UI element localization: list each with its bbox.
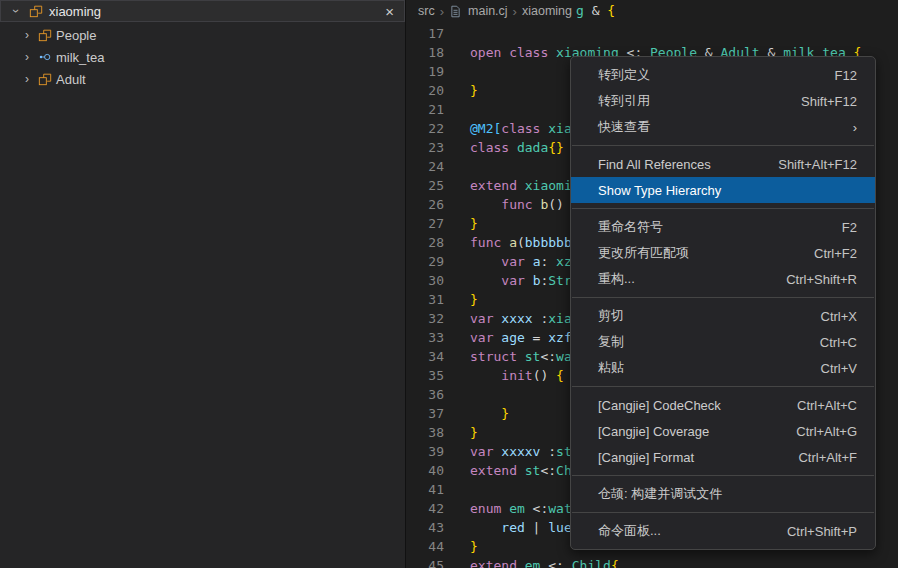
code-text: var b:Str [444,271,572,290]
file-icon [449,4,463,18]
menu-item-show-type-hierarchy[interactable]: Show Type Hierarchy [571,177,875,203]
code-token: } [470,216,478,231]
breadcrumb-item-file[interactable]: main.cj [468,4,508,18]
menu-item-paste[interactable]: 粘贴Ctrl+V [571,355,875,381]
class-icon [28,3,44,19]
code-token: bbbbbb [525,235,572,250]
menu-item-cangjie-build-and-debug[interactable]: 仓颉: 构建并调试文件 [571,481,875,507]
class-icon [37,27,53,43]
code-token: var [501,254,524,269]
line-number: 45 [406,556,444,568]
code-text: } [444,214,478,233]
code-text [444,24,470,43]
menu-item-cangjie-format[interactable]: [Cangjie] FormatCtrl+Alt+F [571,444,875,470]
code-token: st [525,349,541,364]
code-token: var [470,444,493,459]
menu-item-change-all-occurrences[interactable]: 更改所有匹配项Ctrl+F2 [571,240,875,266]
code-text: func a(bbbbbb [444,233,572,252]
code-text: var age = xzf [444,328,572,347]
breadcrumb-item-symbol[interactable]: xiaoming [522,4,572,18]
code-token: <: [525,501,548,516]
code-token: em [509,501,525,516]
line-number: 43 [406,518,444,537]
code-token: age [501,330,524,345]
tree-item-milk_tea[interactable]: ›milk_tea [0,46,405,68]
chevron-right-icon[interactable]: › [20,72,34,86]
code-token: Child [572,558,611,568]
menu-item-label: 粘贴 [598,359,624,377]
menu-item-label: Find All References [598,157,711,172]
menu-item-label: 剪切 [598,307,624,325]
menu-item-copy[interactable]: 复制Ctrl+C [571,329,875,355]
hierarchy-root-label: xiaoming [49,4,101,19]
menu-item-label: 命令面板... [598,522,661,540]
tree-item-adult[interactable]: ›Adult [0,68,405,90]
code-text [444,385,470,404]
code-line[interactable]: 17 [406,24,898,43]
code-token [470,368,501,383]
code-token [525,254,533,269]
code-token: } [501,406,509,421]
menu-item-shortcut: Ctrl+Alt+F [798,450,857,465]
code-token [470,520,501,535]
menu-item-label: 转到定义 [598,66,650,84]
code-text: extend em <: Child{ [444,556,619,568]
code-token: open [470,45,501,60]
menu-item-goto-references[interactable]: 转到引用Shift+F12 [571,88,875,114]
code-text: } [444,81,478,100]
line-number: 26 [406,195,444,214]
code-token: struct [470,349,517,364]
breadcrumb-item-src[interactable]: src [418,4,435,18]
menu-item-rename-symbol[interactable]: 重命名符号F2 [571,214,875,240]
code-token: func [470,235,501,250]
menu-item-peek[interactable]: 快速查看› [571,114,875,140]
menu-item-shortcut: Shift+Alt+F12 [778,157,857,172]
code-token: } [470,83,478,98]
code-token: var [470,330,493,345]
code-line[interactable]: 45extend em <: Child{ [406,556,898,568]
code-token [517,463,525,478]
menu-item-label: 快速查看 [598,118,650,136]
code-token: red [501,520,524,535]
code-text: init() { [444,366,564,385]
menu-item-find-all-references[interactable]: Find All ReferencesShift+Alt+F12 [571,151,875,177]
code-token: class [509,45,548,60]
code-token: func [501,197,532,212]
menu-item-cut[interactable]: 剪切Ctrl+X [571,303,875,329]
code-token: {} [548,140,564,155]
tree-item-people[interactable]: ›People [0,24,405,46]
chevron-down-icon[interactable]: › [9,4,23,18]
code-text: func b() [444,195,564,214]
code-token: } [470,539,478,554]
breadcrumb-separator: › [513,4,517,19]
menu-separator [572,208,874,209]
code-token [501,501,509,516]
tree-item-label: milk_tea [56,50,104,65]
code-token: extend [470,178,517,193]
chevron-right-icon[interactable]: › [20,28,34,42]
line-number: 28 [406,233,444,252]
menu-item-shortcut: Ctrl+X [821,309,857,324]
code-token [548,45,556,60]
menu-item-command-palette[interactable]: 命令面板...Ctrl+Shift+P [571,518,875,544]
line-number: 18 [406,43,444,62]
code-fragment: g & { [576,0,615,22]
menu-item-label: 重构... [598,270,635,288]
menu-item-goto-definition[interactable]: 转到定义F12 [571,62,875,88]
menu-item-cangjie-coverage[interactable]: [Cangjie] CoverageCtrl+Alt+G [571,418,875,444]
line-number: 24 [406,157,444,176]
line-number: 32 [406,309,444,328]
menu-item-cangjie-codecheck[interactable]: [Cangjie] CodeCheckCtrl+Alt+C [571,392,875,418]
close-icon[interactable]: × [385,4,394,19]
line-number: 23 [406,138,444,157]
code-text: } [444,404,509,423]
code-token: lue [548,520,571,535]
breadcrumb-separator: › [440,4,444,19]
line-number: 27 [406,214,444,233]
menu-item-refactor[interactable]: 重构...Ctrl+Shift+R [571,266,875,292]
code-text [444,157,470,176]
code-text: var xxxx :xia [444,309,572,328]
menu-item-label: [Cangjie] CodeCheck [598,398,721,413]
chevron-right-icon[interactable]: › [20,50,34,64]
code-token [501,235,509,250]
